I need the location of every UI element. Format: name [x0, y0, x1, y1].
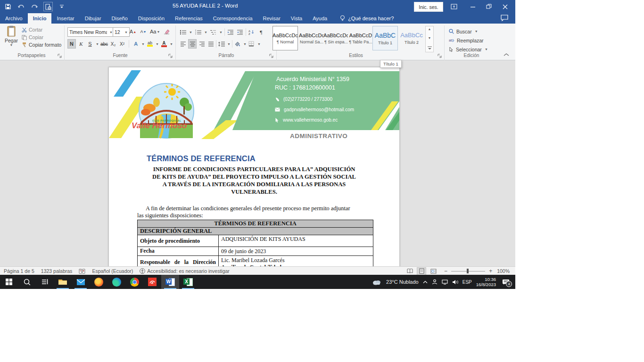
- print-preview-icon[interactable]: [43, 2, 53, 11]
- customize-qat-icon[interactable]: [58, 2, 66, 11]
- numbering-button[interactable]: [194, 28, 202, 36]
- grow-font-button[interactable]: A▲: [129, 27, 137, 36]
- align-right-button[interactable]: [198, 40, 206, 48]
- tab-revisar[interactable]: Revisar: [258, 13, 286, 24]
- sort-button[interactable]: AZ: [248, 28, 256, 36]
- shrink-font-button[interactable]: A▼: [140, 27, 147, 36]
- taskbar-acrobat[interactable]: [143, 275, 161, 289]
- strikethrough-button[interactable]: abc: [100, 40, 108, 48]
- tab-archivo[interactable]: Archivo: [0, 13, 28, 24]
- bold-button[interactable]: N: [67, 39, 76, 49]
- start-button[interactable]: [0, 275, 18, 289]
- font-dialog-launcher[interactable]: [168, 53, 173, 58]
- taskbar-excel[interactable]: X: [179, 275, 197, 289]
- print-layout-button[interactable]: [417, 267, 426, 275]
- align-left-button[interactable]: [179, 40, 187, 48]
- shading-button[interactable]: [234, 40, 241, 48]
- change-case-button[interactable]: Aa▼: [150, 27, 160, 36]
- clock[interactable]: 10:36 16/8/2023: [476, 277, 496, 287]
- tab-inicio[interactable]: Inicio: [28, 13, 52, 24]
- decrease-indent-button[interactable]: [227, 28, 234, 36]
- styles-gallery-more-icon[interactable]: [428, 45, 432, 51]
- tab-correspondencia[interactable]: Correspondencia: [208, 13, 258, 24]
- zoom-slider[interactable]: [451, 271, 485, 272]
- style-titulo-2[interactable]: AaBbCc Título 2: [399, 26, 424, 50]
- taskbar-search-button[interactable]: [18, 275, 36, 289]
- paragraph-dialog-launcher[interactable]: [269, 53, 274, 58]
- tab-vista[interactable]: Vista: [286, 13, 307, 24]
- network-icon[interactable]: [442, 280, 448, 285]
- underline-button[interactable]: S: [86, 40, 94, 48]
- language-indicator[interactable]: Español (Ecuador): [92, 268, 133, 274]
- taskbar-word[interactable]: W: [161, 275, 179, 289]
- style-normal[interactable]: AaBbCcDc ¶ Normal: [272, 26, 298, 50]
- task-view-button[interactable]: [36, 275, 54, 289]
- bullets-button[interactable]: [179, 28, 187, 36]
- language-switcher[interactable]: ESP: [462, 280, 472, 285]
- tab-disposicion[interactable]: Disposición: [133, 13, 170, 24]
- style-sin-espaciado[interactable]: AaBbCcDc ¶ Sin espa...: [323, 26, 349, 50]
- paste-dropdown-arrow[interactable]: ▼: [3, 43, 20, 47]
- tab-diseno[interactable]: Diseño: [107, 13, 133, 24]
- tab-ayuda[interactable]: Ayuda: [307, 13, 332, 24]
- style-table-paragraph[interactable]: AaBbCcD ¶ Table Pa...: [348, 26, 373, 50]
- taskbar-file-explorer[interactable]: [54, 275, 72, 289]
- save-icon[interactable]: [4, 2, 12, 11]
- close-button[interactable]: [498, 0, 512, 13]
- line-spacing-button[interactable]: [218, 40, 225, 48]
- styles-scroll-up-icon[interactable]: ▲: [428, 27, 431, 31]
- redo-icon[interactable]: [30, 2, 39, 11]
- weather-cloud-icon[interactable]: [372, 279, 382, 285]
- align-center-button[interactable]: [188, 39, 197, 49]
- read-mode-button[interactable]: [405, 268, 414, 275]
- show-marks-button[interactable]: ¶: [257, 28, 265, 36]
- hidden-icons-chevron[interactable]: [423, 280, 428, 284]
- ribbon-display-options-icon[interactable]: [447, 0, 461, 13]
- increase-indent-button[interactable]: [236, 28, 244, 36]
- zoom-slider-thumb[interactable]: [467, 269, 469, 273]
- font-family-combo[interactable]: Times New Roman ▼: [67, 27, 115, 37]
- replace-button[interactable]: ab Reemplazar: [449, 36, 488, 44]
- tab-dibujar[interactable]: Dibujar: [80, 13, 107, 24]
- action-center-button[interactable]: 4: [502, 279, 510, 285]
- undo-icon[interactable]: [17, 2, 25, 11]
- format-painter-button[interactable]: Copiar formato: [22, 42, 61, 48]
- find-button[interactable]: Buscar▼: [449, 27, 488, 35]
- accessibility-status[interactable]: Accesibilidad: es necesario investigar: [140, 268, 230, 274]
- document-page[interactable]: GAD PARROQUIAL Valle Hermoso Acuerdo Min…: [108, 67, 400, 267]
- style-titulo-1[interactable]: AaBbC Título 1: [372, 26, 398, 50]
- tab-referencias[interactable]: Referencias: [170, 13, 208, 24]
- zoom-out-button[interactable]: −: [444, 268, 447, 274]
- proofing-icon[interactable]: [79, 269, 85, 274]
- borders-button[interactable]: [248, 40, 256, 48]
- collapse-ribbon-icon[interactable]: [504, 52, 509, 58]
- sign-in-button[interactable]: Inic. ses.: [414, 2, 443, 12]
- tell-me-box[interactable]: ¿Qué desea hacer?: [340, 13, 394, 24]
- comments-icon[interactable]: [501, 15, 508, 23]
- restore-button[interactable]: [482, 0, 496, 13]
- font-color-button[interactable]: A: [160, 40, 168, 48]
- volume-icon[interactable]: [452, 280, 458, 285]
- tab-insertar[interactable]: Insertar: [51, 13, 79, 24]
- taskbar-mail[interactable]: [72, 275, 90, 289]
- zoom-in-button[interactable]: +: [489, 268, 492, 274]
- style-normal-sangria[interactable]: AaBbCcDc Normal Sa...: [299, 26, 324, 50]
- highlight-button[interactable]: ab: [146, 40, 154, 48]
- minimize-button[interactable]: [466, 0, 480, 13]
- people-icon[interactable]: [432, 279, 438, 285]
- paste-button[interactable]: Pegar ▼: [3, 25, 20, 50]
- weather-text[interactable]: 23°C Nublado: [386, 279, 419, 285]
- web-layout-button[interactable]: [429, 268, 438, 275]
- styles-scroll-down-icon[interactable]: ▼: [428, 36, 431, 40]
- word-count[interactable]: 1323 palabras: [41, 268, 73, 274]
- taskbar-chrome[interactable]: [125, 275, 143, 289]
- taskbar-firefox[interactable]: [90, 275, 107, 289]
- clear-formatting-button[interactable]: [163, 27, 170, 36]
- superscript-button[interactable]: X²: [118, 40, 126, 48]
- justify-button[interactable]: [207, 40, 215, 48]
- clipboard-dialog-launcher[interactable]: [58, 53, 62, 58]
- italic-button[interactable]: K: [77, 40, 85, 48]
- styles-dialog-launcher[interactable]: [438, 53, 442, 58]
- multilevel-list-button[interactable]: [209, 28, 217, 36]
- text-effects-button[interactable]: A: [132, 40, 140, 48]
